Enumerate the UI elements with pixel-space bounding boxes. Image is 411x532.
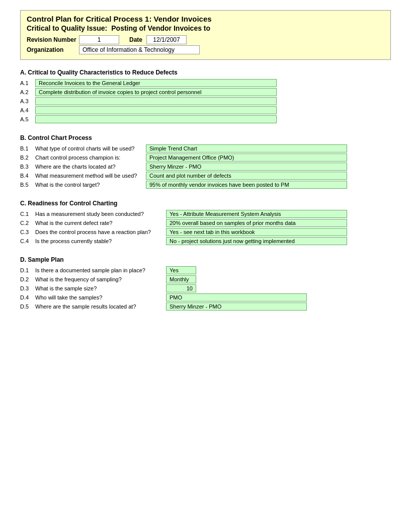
item-id: A.2	[20, 89, 35, 95]
item-value	[35, 97, 277, 105]
item-value: Complete distribution of invoice copies …	[35, 88, 277, 96]
item-id: D.4	[20, 294, 35, 300]
item-value: Sherry Minzer - PMO	[166, 302, 307, 311]
item-id: B.3	[20, 164, 35, 170]
section-b-items: B.1 What type of control charts will be …	[20, 144, 391, 189]
item-label: Chart control process champion is:	[35, 155, 146, 161]
item-id: C.1	[20, 211, 35, 217]
item-value: 20% overall based on samples of prior mo…	[166, 219, 347, 227]
section-b: B. Control Chart Process B.1 What type o…	[20, 134, 391, 189]
section-a: A. Critical to Quality Characteristics t…	[20, 69, 391, 123]
list-item: A.5	[20, 115, 391, 123]
item-id: B.5	[20, 182, 35, 188]
item-id: A.1	[20, 80, 35, 86]
item-value: PMO	[166, 293, 307, 301]
section-a-title: A. Critical to Quality Characteristics t…	[20, 69, 391, 76]
org-row: Organization Office of Information & Tec…	[27, 45, 384, 54]
item-label: Does the control process have a reaction…	[35, 229, 166, 235]
page-title: Control Plan for Critical Process 1: Ven…	[27, 15, 384, 23]
item-value: Yes	[166, 266, 196, 274]
list-item: D.3 What is the sample size? 10	[20, 284, 391, 292]
item-id: A.5	[20, 116, 35, 122]
ctq-value: Posting of Vendor Invoices to	[111, 24, 210, 32]
item-id: D.2	[20, 276, 35, 282]
list-item: C.4 Is the process currently stable? No …	[20, 237, 391, 245]
item-id: C.4	[20, 238, 35, 244]
item-label: What is the control target?	[35, 182, 146, 188]
item-value: Monthly	[166, 275, 196, 283]
section-b-title: B. Control Chart Process	[20, 134, 391, 141]
section-d: D. Sample Plan D.1 Is there a documented…	[20, 256, 391, 311]
list-item: B.2 Chart control process champion is: P…	[20, 154, 391, 162]
list-item: B.1 What type of control charts will be …	[20, 144, 391, 153]
item-id: B.4	[20, 173, 35, 179]
item-id: A.4	[20, 107, 35, 113]
item-value: No - project solutions just now getting …	[166, 237, 347, 245]
item-label: Where are the sample results located at?	[35, 303, 166, 310]
item-value: Reconcile Invoices to the General Ledger	[35, 79, 277, 87]
item-label: Who will take the samples?	[35, 294, 166, 300]
date-label: Date	[129, 36, 142, 43]
list-item: C.2 What is the current defect rate? 20%…	[20, 219, 391, 227]
ctq-label: Critical to Quality Issue:	[27, 24, 107, 32]
item-id: B.2	[20, 155, 35, 161]
revision-value: 1	[79, 35, 119, 44]
item-id: A.3	[20, 98, 35, 104]
item-id: B.1	[20, 145, 35, 151]
item-value: Project Management Office (PMO)	[146, 154, 347, 162]
item-label: What is the frequency of sampling?	[35, 276, 166, 282]
section-a-items: A.1 Reconcile Invoices to the General Le…	[20, 79, 391, 123]
header-box: Control Plan for Critical Process 1: Ven…	[20, 10, 391, 60]
item-value: 10	[166, 284, 196, 292]
item-id: C.2	[20, 220, 35, 226]
item-value: Yes - Attribute Measurement System Analy…	[166, 210, 347, 218]
list-item: A.4	[20, 106, 391, 114]
list-item: A.3	[20, 97, 391, 105]
list-item: D.1 Is there a documented sample plan in…	[20, 266, 391, 274]
item-id: C.3	[20, 229, 35, 235]
org-label: Organization	[27, 46, 77, 53]
list-item: B.5 What is the control target? 95% of m…	[20, 181, 391, 189]
item-value	[35, 115, 277, 123]
item-label: Is there a documented sample plan in pla…	[35, 267, 166, 273]
list-item: D.4 Who will take the samples? PMO	[20, 293, 391, 301]
list-item: C.1 Has a measurement study been conduct…	[20, 210, 391, 218]
item-value: Sherry Minzer - PMO	[146, 163, 347, 171]
list-item: B.3 Where are the charts located at? She…	[20, 163, 391, 171]
item-id: D.5	[20, 303, 35, 310]
item-label: What is the current defect rate?	[35, 220, 166, 226]
item-label: What is the sample size?	[35, 285, 166, 291]
section-c: C. Readiness for Control Charting C.1 Ha…	[20, 200, 391, 245]
section-d-title: D. Sample Plan	[20, 256, 391, 263]
list-item: D.2 What is the frequency of sampling? M…	[20, 275, 391, 283]
item-label: What type of control charts will be used…	[35, 145, 146, 151]
item-value: Simple Trend Chart	[146, 144, 347, 153]
section-d-items: D.1 Is there a documented sample plan in…	[20, 266, 391, 311]
list-item: A.1 Reconcile Invoices to the General Le…	[20, 79, 391, 87]
item-value: Count and plot number of defects	[146, 172, 347, 180]
item-value	[35, 106, 277, 114]
item-value: Yes - see next tab in this workbook	[166, 228, 347, 236]
list-item: A.2 Complete distribution of invoice cop…	[20, 88, 391, 96]
item-label: Is the process currently stable?	[35, 238, 166, 244]
item-label: Where are the charts located at?	[35, 164, 146, 170]
list-item: B.4 What measurement method will be used…	[20, 172, 391, 180]
date-value: 12/1/2007	[146, 35, 187, 44]
list-item: D.5 Where are the sample results located…	[20, 302, 391, 311]
revision-label: Revision Number	[27, 36, 77, 43]
section-c-items: C.1 Has a measurement study been conduct…	[20, 210, 391, 245]
item-label: What measurement method will be used?	[35, 173, 146, 179]
revision-row: Revision Number 1 Date 12/1/2007	[27, 35, 384, 44]
item-id: D.1	[20, 267, 35, 273]
item-value: 95% of monthly vendor invoices have been…	[146, 181, 347, 189]
item-label: Has a measurement study been conducted?	[35, 211, 166, 217]
org-value: Office of Information & Technology	[79, 45, 200, 54]
section-c-title: C. Readiness for Control Charting	[20, 200, 391, 207]
item-id: D.3	[20, 285, 35, 291]
list-item: C.3 Does the control process have a reac…	[20, 228, 391, 236]
